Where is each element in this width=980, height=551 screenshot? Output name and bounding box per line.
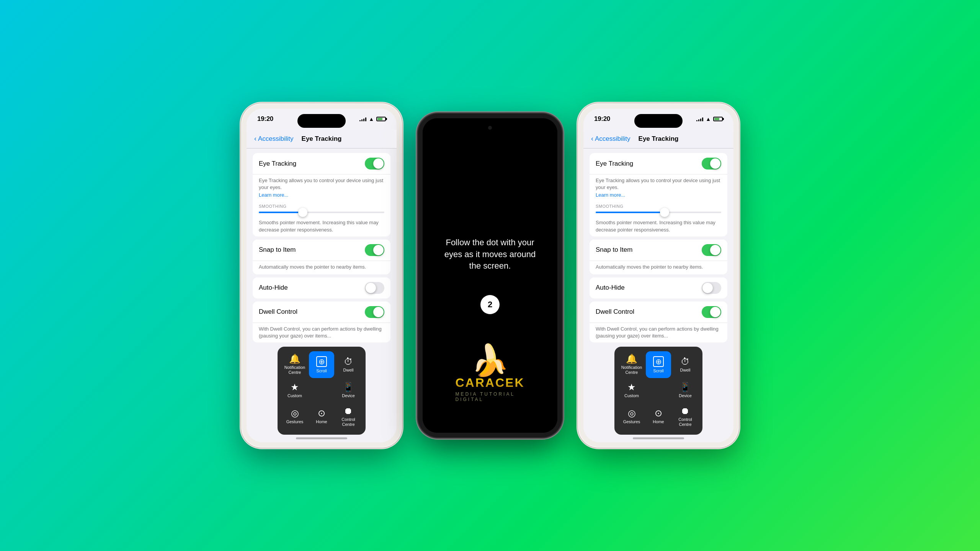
caracek-logo: 🍌 CARACEK MEDIA TUTORIAL DIGITAL — [456, 345, 525, 402]
autohide-row-left: Auto-Hide — [253, 277, 390, 298]
eye-tracking-desc-left: Eye Tracking allows you to control your … — [253, 174, 390, 201]
snap-row-right: Snap to Item — [590, 240, 727, 261]
eye-tracking-desc-right: Eye Tracking allows you to control your … — [590, 174, 727, 201]
dwell-dwell-left[interactable]: ⏱ Dwell — [336, 351, 361, 378]
slider-fill-left — [259, 212, 303, 213]
dwell-toggle-left[interactable] — [365, 306, 384, 318]
right-phone-screen: 19:20 ▲ ‹ Accessibility Eye Trackin — [583, 109, 733, 442]
autohide-title-right: Auto-Hide — [596, 284, 625, 292]
battery-icon-right — [713, 117, 723, 121]
middle-phone-screen: Follow the dot with your eyes as it move… — [423, 118, 557, 433]
nav-title-right: Eye Tracking — [639, 135, 679, 143]
autohide-toggle-right[interactable] — [702, 282, 721, 294]
back-button-right[interactable]: ‹ Accessibility — [591, 135, 630, 143]
eye-tracking-section-left: Eye Tracking Eye Tracking allows you to … — [253, 153, 390, 236]
eye-tracking-row-left: Eye Tracking — [253, 153, 390, 174]
caracek-subtitle: MEDIA TUTORIAL DIGITAL — [456, 391, 525, 402]
learn-more-right[interactable]: Learn more... — [596, 192, 721, 198]
scroll-icon-left: ⊕ — [316, 356, 327, 367]
dwell-notification-left[interactable]: 🔔 NotificationCentre — [282, 351, 307, 378]
nav-bar-left: ‹ Accessibility Eye Tracking — [247, 129, 397, 148]
snap-toggle-left[interactable] — [365, 244, 384, 256]
eye-tracking-title-left: Eye Tracking — [259, 160, 296, 168]
caracek-name: CARACEK — [456, 376, 525, 390]
dwell-scroll-right[interactable]: ⊕ Scroll — [646, 351, 671, 378]
slider-track-right[interactable] — [596, 212, 721, 213]
home-indicator-left — [296, 437, 347, 439]
smoothing-desc-right: Smooths pointer movement. Increasing thi… — [590, 218, 727, 236]
status-icons-right: ▲ — [696, 116, 723, 122]
dwell-device-left[interactable]: 📱 Device — [336, 380, 361, 401]
home-indicator-right — [633, 437, 684, 439]
dynamic-island — [297, 114, 346, 128]
snap-section-right: Snap to Item Automatically moves the poi… — [590, 240, 727, 274]
eye-tracking-toggle-left[interactable] — [365, 158, 384, 170]
middle-phone: Follow the dot with your eyes as it move… — [417, 113, 563, 438]
home-icon-left: ⊙ — [318, 409, 325, 418]
notification-icon-left: 🔔 — [289, 354, 301, 364]
custom-icon-right: ★ — [627, 383, 636, 392]
eye-tracking-row-right: Eye Tracking — [590, 153, 727, 174]
dwell-dwell-right[interactable]: ⏱ Dwell — [673, 351, 698, 378]
notification-icon-right: 🔔 — [626, 354, 637, 364]
snap-row-left: Snap to Item — [253, 240, 390, 261]
camera-dot-middle — [488, 126, 492, 130]
custom-icon-left: ★ — [291, 383, 299, 392]
calibration-text: Follow the dot with your eyes as it move… — [440, 237, 540, 272]
control-icon-right: ⏺ — [681, 406, 690, 416]
slider-thumb-left[interactable] — [298, 208, 307, 217]
nav-title-left: Eye Tracking — [302, 135, 342, 143]
back-label-left: Accessibility — [258, 135, 294, 143]
snap-toggle-right[interactable] — [702, 244, 721, 256]
wifi-icon-right: ▲ — [706, 116, 711, 122]
dwell-home-right[interactable]: ⊙ Home — [646, 403, 671, 430]
dwell-overlay-left: 🔔 NotificationCentre ⊕ Scroll ⏱ Dwell ★ … — [278, 347, 366, 435]
right-phone: 19:20 ▲ ‹ Accessibility Eye Trackin — [578, 103, 739, 448]
dwell-toggle-right[interactable] — [702, 306, 721, 318]
dwell-row-right: Dwell Control — [590, 302, 727, 323]
back-button-left[interactable]: ‹ Accessibility — [254, 135, 294, 143]
gestures-icon-right: ◎ — [628, 409, 636, 418]
dwell-control-left[interactable]: ⏺ ControlCentre — [336, 403, 361, 430]
dynamic-island-right — [634, 114, 683, 128]
dwell-grid-left: 🔔 NotificationCentre ⊕ Scroll ⏱ Dwell ★ … — [282, 351, 361, 430]
nav-bar-right: ‹ Accessibility Eye Tracking — [583, 129, 733, 148]
eye-tracking-toggle-right[interactable] — [702, 158, 721, 170]
dwell-device-right[interactable]: 📱 Device — [673, 380, 698, 401]
back-label-right: Accessibility — [595, 135, 630, 143]
dwell-notification-right[interactable]: 🔔 NotificationCentre — [619, 351, 644, 378]
banana-icon: 🍌 — [471, 345, 509, 376]
dwell-custom-left[interactable]: ★ Custom — [282, 380, 307, 401]
learn-more-left[interactable]: Learn more... — [259, 192, 384, 198]
dwell-custom-right[interactable]: ★ Custom — [619, 380, 644, 401]
smoothing-desc-left: Smooths pointer movement. Increasing thi… — [253, 218, 390, 236]
dwell-section-right: Dwell Control With Dwell Control, you ca… — [590, 302, 727, 342]
back-arrow-left: ‹ — [254, 135, 256, 143]
dwell-gestures-left[interactable]: ◎ Gestures — [282, 403, 307, 430]
autohide-toggle-left[interactable] — [365, 282, 384, 294]
signal-icon-right — [696, 117, 703, 121]
dwell-empty-right — [646, 380, 671, 401]
snap-desc-left: Automatically moves the pointer to nearb… — [259, 264, 384, 271]
eye-tracking-title-right: Eye Tracking — [596, 160, 633, 168]
eye-tracking-section-right: Eye Tracking Eye Tracking allows you to … — [590, 153, 727, 236]
snap-desc-right: Automatically moves the pointer to nearb… — [596, 264, 721, 271]
dwell-gestures-right[interactable]: ◎ Gestures — [619, 403, 644, 430]
dwell-home-left[interactable]: ⊙ Home — [309, 403, 334, 430]
slider-thumb-right[interactable] — [660, 208, 669, 217]
dwell-icon-left: ⏱ — [344, 357, 353, 366]
slider-container-right — [590, 210, 727, 218]
snap-title-right: Snap to Item — [596, 246, 632, 254]
autohide-title-left: Auto-Hide — [259, 284, 288, 292]
dwell-empty-left — [309, 380, 334, 401]
dwell-title-right: Dwell Control — [596, 308, 634, 316]
left-phone-screen: 19:20 ▲ ‹ Accessibility Eye Trackin — [247, 109, 397, 442]
slider-track-left[interactable] — [259, 212, 384, 213]
dwell-overlay-right: 🔔 NotificationCentre ⊕ Scroll ⏱ Dwell ★ … — [614, 347, 702, 435]
slider-fill-right — [596, 212, 665, 213]
dwell-scroll-left[interactable]: ⊕ Scroll — [309, 351, 334, 378]
autohide-row-right: Auto-Hide — [590, 277, 727, 298]
snap-title-left: Snap to Item — [259, 246, 296, 254]
dwell-control-right[interactable]: ⏺ ControlCentre — [673, 403, 698, 430]
battery-icon-left — [376, 117, 386, 121]
